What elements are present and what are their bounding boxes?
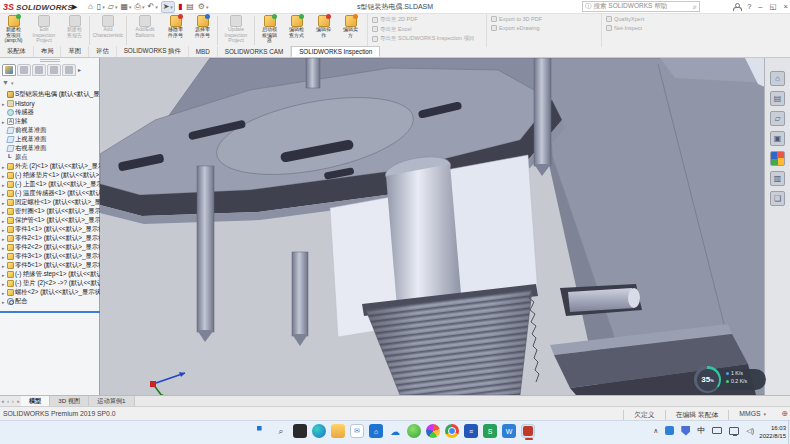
ribbon-button[interactable]: 启动模 板编辑 器 (256, 14, 283, 47)
design-library-icon[interactable]: ▤ (770, 91, 785, 106)
taskbar-icon[interactable]: ⌕ (274, 424, 288, 438)
ribbon-button[interactable]: 新建检 查项目 (amp;N) (0, 14, 27, 47)
ribbon-button[interactable]: Edit Inspection Project (27, 14, 61, 47)
ribbon-button[interactable]: Update Inspection Project (219, 14, 253, 47)
ribbon-button[interactable]: Add Characteristic (91, 14, 125, 47)
taskbar-icon[interactable]: ≡ (464, 424, 478, 438)
expander-icon[interactable]: ▸ (2, 191, 6, 197)
tab-configurationmanager[interactable] (32, 64, 46, 76)
expander-icon[interactable]: ▸ (2, 164, 6, 170)
units-selector[interactable]: MMGS▾ (728, 410, 776, 420)
home-icon[interactable]: ⌂ (770, 71, 785, 86)
tree-filter[interactable]: ▼ ▾ (2, 77, 98, 88)
taskbar-icon[interactable] (445, 424, 459, 438)
document-tab[interactable]: 模型 (21, 396, 50, 407)
expander-icon[interactable]: ▸ (2, 236, 6, 242)
tree-item[interactable]: ▸ 零件3<1> (默认<<默认>_显示状 (0, 252, 100, 261)
ribbon-tab[interactable]: 评估 (89, 46, 117, 57)
ribbon-tab[interactable]: SOLIDWORKS Inspection (291, 46, 380, 57)
ribbon-tab[interactable]: 草图 (61, 46, 89, 57)
ribbon-menu-item[interactable]: Net-Inspect (606, 25, 711, 31)
forum-icon[interactable]: ❏ (770, 191, 785, 206)
ribbon-tab[interactable]: SOLIDWORKS 插件 (117, 46, 189, 57)
ribbon-tab[interactable]: SOLIDWORKS CAM (218, 46, 291, 57)
tree-item[interactable]: ▸ (-) 温度传感器<1> (默认<<默认>_ (0, 189, 100, 198)
appearances-icon[interactable]: ● (770, 151, 785, 166)
network-icon[interactable] (729, 427, 739, 435)
tree-item[interactable]: ▸ 原点 (0, 153, 100, 162)
signin-icon[interactable] (733, 3, 740, 11)
tree-item[interactable]: ▸ 注解 (0, 117, 100, 126)
panel-handle[interactable] (40, 59, 60, 62)
hidden-icons-chevron[interactable]: ∧ (653, 427, 658, 435)
expander-icon[interactable]: ▸ (2, 281, 6, 287)
expander-icon[interactable]: ▸ (2, 254, 6, 260)
view-palette-icon[interactable]: ▣ (770, 131, 785, 146)
tab-propertymanager[interactable] (17, 64, 31, 76)
window-control-button[interactable]: – (758, 1, 762, 12)
security-shield-icon[interactable] (681, 426, 690, 436)
tab-displaymanager[interactable] (62, 64, 76, 76)
tab-featuremanager[interactable] (2, 64, 16, 76)
window-control-button[interactable]: ◱ (770, 1, 777, 12)
ribbon-button[interactable]: 编辑卖 方 (337, 14, 364, 47)
ribbon-menu-item[interactable]: Export to 3D PDF (491, 16, 598, 22)
taskbar-icon[interactable] (293, 424, 307, 438)
expander-icon[interactable]: ▸ (2, 245, 6, 251)
tree-item[interactable]: ▸ 传感器 (0, 108, 100, 117)
tree-item[interactable]: ▸ 零件2<1> (默认<<默认>_显示状 (0, 234, 100, 243)
ribbon-button[interactable]: 移除零 件序号 (162, 14, 189, 47)
taskbar-icon[interactable]: ☁ (388, 424, 402, 438)
ribbon-tab[interactable]: MBD (189, 46, 218, 57)
expander-icon[interactable]: ▸ (2, 290, 6, 296)
taskbar-icon[interactable]: W (502, 424, 516, 438)
ribbon-tab[interactable]: 装配体 (0, 46, 34, 57)
expander-icon[interactable]: ▸ (2, 299, 6, 305)
tag-icon[interactable]: ⊕ (781, 409, 788, 418)
search-icon[interactable]: ⌕ (693, 3, 697, 11)
taskbar-icon[interactable] (426, 424, 440, 438)
panel-tabs-overflow[interactable]: ▸ (78, 66, 81, 73)
expander-icon[interactable]: ▸ (2, 119, 6, 125)
taskbar-icon[interactable]: S (483, 424, 497, 438)
ime-indicator[interactable]: 中 (697, 425, 705, 436)
keyboard-icon[interactable] (712, 427, 722, 434)
taskbar-icon[interactable] (255, 424, 269, 438)
tab-dimxpertmanager[interactable] (47, 64, 61, 76)
expander-icon[interactable]: ▸ (2, 272, 6, 278)
tree-item[interactable]: ▸ 密封圈<1> (默认<<默认>_显示状 (0, 207, 100, 216)
expander-icon[interactable]: ▸ (2, 182, 6, 188)
filter-dropdown-icon[interactable]: ▾ (11, 80, 14, 86)
tree-item[interactable]: ▸ 固定螺栓<1> (默认<<默认>_显示 (0, 198, 100, 207)
tree-item[interactable]: ▸ 外壳 (2)<1> (默认<<默认>_显示状 (0, 162, 100, 171)
tree-item[interactable]: ▸ History (0, 99, 100, 108)
ribbon-button[interactable]: 编辑操 作 (310, 14, 337, 47)
expander-icon[interactable]: ▸ (2, 200, 6, 206)
tree-item[interactable]: ▸ 上视基准面 (0, 135, 100, 144)
tree-item[interactable]: ▸ 零件1<1> (默认<<默认>_显示状态 (0, 225, 100, 234)
expander-icon[interactable]: ▸ (2, 173, 6, 179)
document-tab[interactable]: 运动算例1 (89, 396, 134, 407)
ribbon-menu-item[interactable]: 导出至 2D PDF (372, 16, 483, 23)
model-viewport[interactable]: ⌂▤▱▣●▥❏ 35% 1 K/s 0.2 K/s (100, 58, 790, 395)
tree-item[interactable]: ▸ S型铠装热电偶 (默认<默认_显示状态-1 (0, 90, 100, 99)
expander-icon[interactable]: ▸ (2, 263, 6, 269)
custom-properties-icon[interactable]: ▥ (770, 171, 785, 186)
tree-item[interactable]: ▸ 右视基准面 (0, 144, 100, 153)
ribbon-button[interactable]: 选择零 件序号 (189, 14, 216, 47)
tree-item[interactable]: ▸ 零件5<1> (默认<<默认>_显示状态 (0, 261, 100, 270)
tree-item[interactable]: ▸ (-) 绝缘管.step<1> (默认<<默认> (0, 270, 100, 279)
tree-item[interactable]: ▸ 螺栓<2> (默认<<默认>_显示状态 (0, 288, 100, 297)
document-tab[interactable]: 3D 视图 (50, 396, 89, 407)
net-speed-overlay[interactable]: 35% 1 K/s 0.2 K/s (694, 366, 766, 392)
window-control-button[interactable]: × (784, 1, 788, 12)
tree-item[interactable]: ▸ 保护管<1> (默认<<默认>_显示状 (0, 216, 100, 225)
tray-app-icon[interactable] (665, 426, 674, 435)
expander-icon[interactable]: ▸ (2, 218, 6, 224)
ribbon-tab[interactable]: 布局 (34, 46, 62, 57)
expander-icon[interactable]: ▸ (2, 101, 6, 107)
window-control-button[interactable]: ? (747, 1, 751, 12)
ribbon-button[interactable]: 新建检 查报告 (61, 14, 88, 47)
ribbon-menu-item[interactable]: 导出至 SOLIDWORKS Inspection 项目 (372, 35, 483, 42)
taskbar-icon[interactable] (331, 424, 345, 438)
